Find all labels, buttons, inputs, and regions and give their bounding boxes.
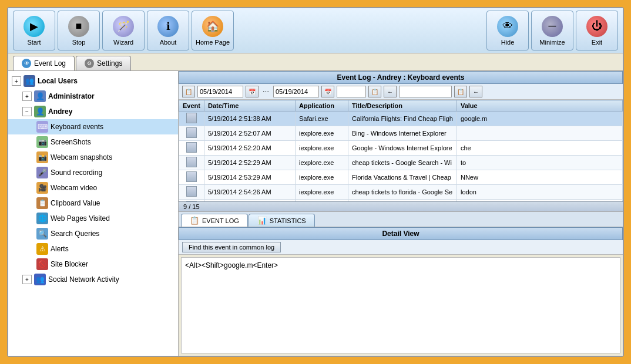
tab-event-log[interactable]: 👁 Event Log — [13, 56, 75, 70]
expand-andrey[interactable]: − — [22, 107, 32, 116]
event-log-icon: 👁 — [22, 59, 31, 68]
homepage-button[interactable]: 🏠 Home Page — [192, 11, 234, 50]
app-filter-input[interactable] — [337, 86, 366, 97]
andrey-icon: 👤 — [34, 106, 46, 117]
wizard-label: Wizard — [113, 39, 133, 46]
col-application: Application — [295, 100, 348, 112]
hide-button[interactable]: 👁 Hide — [486, 11, 529, 50]
text-filter-icon[interactable]: 📋 — [454, 86, 467, 97]
sound-label: Sound recording — [51, 168, 102, 177]
event-app: iexplore.exe — [295, 156, 348, 170]
table-row[interactable]: 5/19/2014 2:54:26 AM iexplore.exe cheap … — [179, 185, 623, 200]
bottom-tab-event-log[interactable]: 📋 EVENT LOG — [181, 214, 248, 227]
date-from-picker[interactable]: 📅 — [246, 86, 259, 97]
bottom-statistics-icon: 📊 — [257, 216, 267, 225]
sidebar-item-social[interactable]: + 👥 Social Network Activity — [8, 272, 178, 287]
table-row[interactable]: 5/19/2014 2:51:38 AM Safari.exe Californ… — [179, 112, 623, 126]
webcam-snapshots-label: Webcam snapshots — [51, 153, 112, 161]
site-blocker-icon: 🚫 — [36, 258, 48, 270]
admin-icon: 👤 — [34, 90, 46, 102]
event-value — [457, 126, 622, 141]
expand-social[interactable]: + — [22, 275, 32, 284]
tab-settings[interactable]: ⚙ Settings — [76, 56, 131, 70]
table-row[interactable]: 5/19/2014 2:53:29 AM iexplore.exe Florid… — [179, 170, 623, 185]
bottom-event-log-label: EVENT LOG — [202, 217, 239, 224]
event-title: California Flights: Find Cheap Fligh — [348, 112, 457, 126]
about-button[interactable]: ℹ About — [147, 11, 189, 50]
detail-toolbar: Find this event in common log — [179, 240, 623, 255]
bottom-event-log-icon: 📋 — [190, 216, 199, 225]
sidebar-item-search[interactable]: 🔍 Search Queries — [8, 226, 178, 241]
filter-icon-btn[interactable]: 📋 — [182, 86, 195, 97]
detail-content: <Alt><Shift>google.m<Enter> — [181, 257, 620, 353]
main-window: ▶ Start ■ Stop 🪄 Wizard ℹ About 🏠 Home P… — [7, 7, 624, 357]
sidebar-item-clipboard[interactable]: 📋 Clipboard Value — [8, 196, 178, 211]
sidebar-item-keyboard[interactable]: ⌨ Keyboard events — [8, 119, 178, 134]
wizard-icon: 🪄 — [113, 16, 134, 37]
table-row[interactable]: 5/19/2014 2:52:20 AM iexplore.exe Google… — [179, 141, 623, 156]
sidebar-item-alerts[interactable]: ⚠ Alerts — [8, 241, 178, 257]
sidebar-item-administrator[interactable]: + 👤 Administrator — [8, 89, 178, 104]
sidebar-item-webcam-video[interactable]: 🎥 Webcam video — [8, 180, 178, 196]
sidebar-item-web-pages[interactable]: 🌐 Web Pages Visited — [8, 211, 178, 226]
main-tab-bar: 👁 Event Log ⚙ Settings — [8, 53, 623, 71]
exit-icon: ⏻ — [586, 16, 607, 37]
bottom-statistics-label: STATISTICS — [270, 217, 306, 224]
social-icon: 👥 — [34, 274, 46, 285]
sidebar-item-screenshots[interactable]: 📷 ScreenShots — [8, 134, 178, 150]
wizard-button[interactable]: 🪄 Wizard — [102, 11, 145, 50]
clear-text-filter[interactable]: ← — [469, 86, 482, 97]
sidebar-item-andrey[interactable]: − 👤 Andrey — [8, 104, 178, 119]
pagination-text: 9 / 15 — [183, 203, 200, 210]
tab-event-log-label: Event Log — [34, 59, 66, 68]
stop-icon: ■ — [68, 16, 89, 37]
screenshots-label: ScreenShots — [51, 138, 91, 146]
date-to-picker[interactable]: 📅 — [321, 86, 334, 97]
webcam-video-icon: 🎥 — [36, 182, 48, 194]
stop-button[interactable]: ■ Stop — [58, 11, 100, 50]
event-date: 5/19/2014 2:51:38 AM — [204, 112, 295, 126]
alerts-icon: ⚠ — [36, 243, 48, 255]
expand-administrator[interactable]: + — [22, 92, 32, 101]
content-area: + 👥 Local Users + 👤 Administrator − 👤 An… — [8, 71, 623, 356]
table-row[interactable]: 5/19/2014 2:52:07 AM iexplore.exe Bing -… — [179, 126, 623, 141]
table-row[interactable]: 5/19/2014 2:52:29 AM iexplore.exe cheap … — [179, 156, 623, 170]
event-title: cheap tickets - Google Search - Wi — [348, 156, 457, 170]
event-date: 5/19/2014 2:54:26 AM — [204, 185, 295, 200]
event-title: Florida Vacations & Travel | Cheap — [348, 170, 457, 185]
event-value: NNew — [457, 170, 622, 185]
exit-button[interactable]: ⏻ Exit — [576, 11, 618, 50]
settings-icon: ⚙ — [85, 59, 94, 68]
start-button[interactable]: ▶ Start — [13, 11, 55, 50]
event-value: che — [457, 141, 622, 156]
find-event-button[interactable]: Find this event in common log — [182, 242, 281, 252]
date-to-input[interactable] — [273, 86, 319, 97]
bottom-tab-bar: 📋 EVENT LOG 📊 STATISTICS — [179, 211, 623, 227]
pagination: 9 / 15 — [179, 201, 623, 211]
event-date: 5/19/2014 2:52:29 AM — [204, 156, 295, 170]
date-from-input[interactable] — [197, 86, 243, 97]
site-blocker-label: Site Blocker — [51, 260, 88, 268]
filter-row: 📋 📅 ⋯ 📅 📋 ← 📋 ← — [179, 84, 623, 100]
administrator-label: Administrator — [48, 92, 95, 100]
sidebar-item-webcam-snapshots[interactable]: 📸 Webcam snapshots — [8, 150, 178, 165]
minimize-button[interactable]: ─ Minimize — [531, 11, 573, 50]
expand-local-users[interactable]: + — [12, 76, 21, 86]
tab-settings-label: Settings — [97, 59, 122, 68]
app-filter-icon[interactable]: 📋 — [368, 86, 381, 97]
event-icon-cell — [179, 112, 204, 126]
clear-app-filter[interactable]: ← — [384, 86, 397, 97]
bottom-tab-statistics[interactable]: 📊 STATISTICS — [249, 214, 315, 227]
sidebar-item-local-users[interactable]: + 👥 Local Users — [8, 73, 178, 89]
text-filter-input[interactable] — [399, 86, 452, 97]
event-table-container[interactable]: Event Date/Time Application Title/Descri… — [179, 100, 623, 201]
start-icon: ▶ — [24, 16, 45, 37]
sidebar-item-site-blocker[interactable]: 🚫 Site Blocker — [8, 257, 178, 272]
sidebar-item-sound[interactable]: 🎤 Sound recording — [8, 165, 178, 180]
about-label: About — [160, 39, 177, 46]
event-icon-cell — [179, 170, 204, 185]
event-value: to — [457, 156, 622, 170]
event-title: Google - Windows Internet Explore — [348, 141, 457, 156]
event-icon-cell — [179, 126, 204, 141]
event-value: google.m — [457, 112, 622, 126]
